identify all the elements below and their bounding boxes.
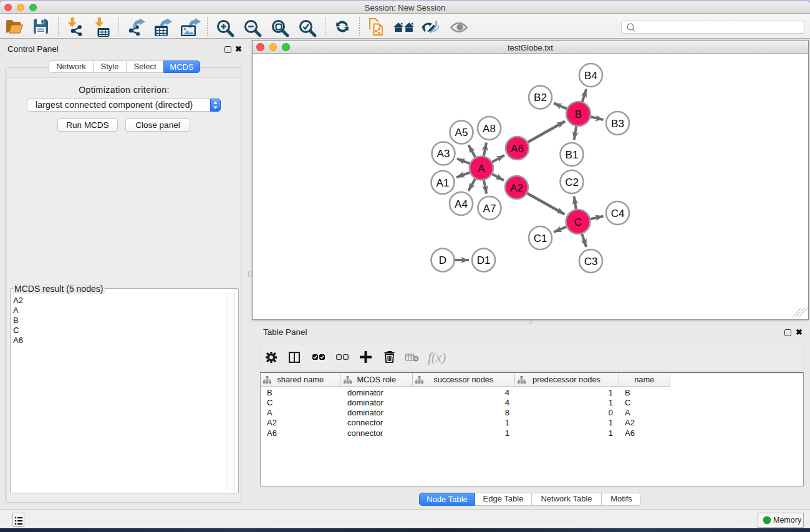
svg-text:B4: B4 (584, 70, 597, 82)
svg-text:A7: A7 (483, 203, 496, 215)
svg-text:B3: B3 (611, 118, 624, 130)
svg-text:A1: A1 (436, 177, 450, 189)
svg-text:B: B (575, 109, 582, 120)
svg-text:A8: A8 (483, 123, 496, 135)
svg-text:D: D (439, 254, 446, 266)
svg-text:B1: B1 (566, 149, 579, 161)
svg-text:A4: A4 (455, 198, 468, 210)
svg-text:C4: C4 (611, 208, 625, 220)
svg-text:B2: B2 (534, 92, 547, 104)
svg-text:C: C (574, 216, 582, 228)
svg-text:C2: C2 (565, 177, 579, 188)
svg-text:A5: A5 (455, 127, 468, 138)
svg-text:D1: D1 (477, 254, 491, 266)
svg-text:C1: C1 (534, 233, 547, 244)
svg-text:A6: A6 (511, 143, 524, 155)
svg-text:C3: C3 (584, 256, 598, 268)
svg-text:A3: A3 (437, 148, 450, 160)
svg-text:A: A (478, 163, 485, 175)
svg-text:A2: A2 (510, 182, 523, 194)
